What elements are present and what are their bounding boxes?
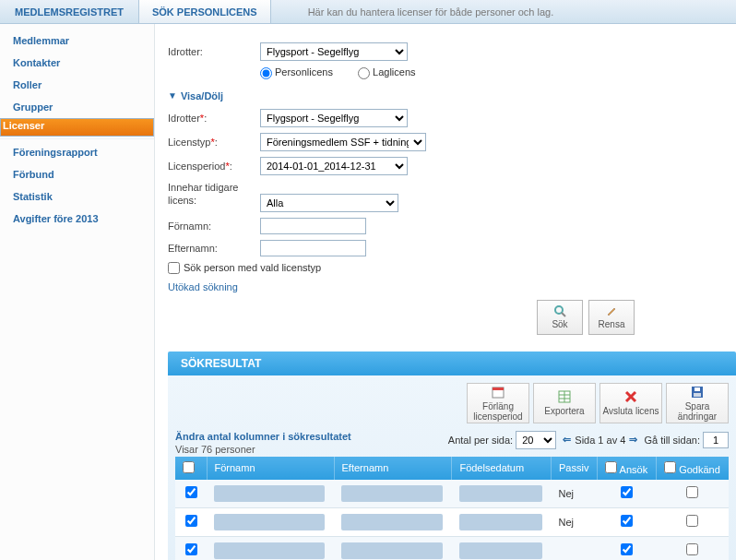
pager-position: Sida 1 av 4 (575, 435, 625, 446)
row-godkand-checkbox[interactable] (686, 486, 698, 498)
per-page-select[interactable]: 20 (516, 431, 556, 449)
input-fornamn[interactable] (260, 218, 366, 234)
sidebar-item-medlemmar[interactable]: Medlemmar (0, 30, 154, 52)
results-table: Förnamn Efternamn Födelsedatum Passiv An… (175, 457, 729, 560)
col-efternamn[interactable]: Efternamn (334, 457, 452, 480)
sok-button[interactable]: Sök (537, 300, 583, 335)
label-licenstyp: Licenstyp*: (168, 137, 260, 148)
label-laglicens: Laglicens (373, 66, 415, 77)
pager-label-goto: Gå till sidan: (644, 435, 700, 446)
row-ansok-checkbox[interactable] (621, 486, 633, 498)
select-all-godkand-checkbox[interactable] (664, 461, 676, 473)
label-licensperiod: Licensperiod*: (168, 161, 260, 172)
avsluta-button[interactable]: Avsluta licens (599, 383, 662, 423)
label-efternamn: Efternamn: (168, 243, 260, 254)
goto-page-input[interactable] (703, 432, 729, 448)
calendar-icon (491, 385, 505, 399)
search-icon (553, 304, 566, 317)
input-efternamn[interactable] (260, 240, 366, 256)
link-utokad-sokning[interactable]: Utökad sökning (168, 281, 736, 292)
cell-fornamn (214, 485, 325, 502)
row-ansok-checkbox[interactable] (621, 515, 633, 527)
sidebar-item-statistik[interactable]: Statistik (0, 185, 154, 208)
sidebar-item-licenser[interactable]: Licenser (0, 118, 154, 137)
cell-fodelsedatum (459, 514, 542, 530)
select-idrotter[interactable]: Flygsport - Segelflyg (260, 42, 408, 61)
brush-icon (605, 304, 618, 317)
cell-passiv: Nej (551, 480, 597, 508)
radio-laglicens[interactable] (358, 67, 370, 79)
row-godkand-checkbox[interactable] (686, 543, 698, 555)
svg-line-1 (562, 313, 565, 316)
label-innehar: Innehar tidigare licens: (168, 181, 260, 208)
svg-rect-3 (493, 387, 504, 390)
sidebar-item-kontakter[interactable]: Kontakter (0, 52, 154, 74)
svg-rect-11 (694, 387, 700, 391)
pager-label-antal: Antal per sida: (448, 435, 513, 446)
select-innehar[interactable]: Alla (260, 194, 398, 212)
table-row (175, 536, 729, 560)
table-icon (557, 389, 572, 404)
sidebar: Medlemmar Kontakter Roller Grupper Licen… (0, 24, 155, 560)
forlang-button[interactable]: Förläng licensperiod (467, 383, 529, 423)
cell-efternamn (341, 542, 443, 559)
cell-passiv: Nej (551, 507, 597, 536)
row-select-checkbox[interactable] (185, 543, 197, 555)
sidebar-item-roller[interactable]: Roller (0, 74, 154, 96)
row-select-checkbox[interactable] (185, 515, 197, 527)
radio-personlicens[interactable] (260, 67, 272, 79)
col-ansok[interactable]: Ansök (598, 457, 657, 480)
label-fornamn: Förnamn: (168, 220, 260, 232)
label-sok-vald-licenstyp: Sök person med vald licenstyp (184, 262, 321, 273)
module-header: MEDLEMSREGISTRET (0, 6, 138, 18)
label-idrotter2: Idrotter*: (168, 113, 260, 124)
sidebar-item-forbund[interactable]: Förbund (0, 163, 154, 185)
svg-rect-12 (694, 393, 701, 397)
select-all-ansok-checkbox[interactable] (605, 461, 617, 473)
next-page-icon[interactable]: ⇒ (629, 434, 637, 446)
row-ansok-checkbox[interactable] (621, 543, 633, 555)
results-header: SÖKRESULTAT (168, 351, 736, 375)
cell-fornamn (214, 514, 325, 530)
rensa-button[interactable]: Rensa (588, 300, 635, 335)
col-godkand[interactable]: Godkänd (657, 457, 729, 480)
cell-fornamn (214, 542, 325, 559)
page-description: Här kan du hantera licenser för både per… (271, 6, 554, 18)
table-row: Nej (175, 507, 729, 536)
select-licensperiod[interactable]: 2014-01-01_2014-12-31 (260, 157, 408, 175)
col-fodelsedatum[interactable]: Födelsedatum (452, 457, 552, 480)
table-row: Nej (175, 480, 729, 508)
row-godkand-checkbox[interactable] (686, 515, 698, 527)
cell-efternamn (341, 514, 443, 530)
prev-page-icon[interactable]: ⇐ (563, 434, 571, 446)
x-icon (623, 389, 638, 404)
triangle-down-icon: ▼ (168, 90, 177, 101)
save-icon (690, 385, 705, 399)
select-idrotter2[interactable]: Flygsport - Segelflyg (260, 109, 408, 127)
col-fornamn[interactable]: Förnamn (207, 457, 334, 480)
svg-point-0 (555, 306, 563, 314)
col-passiv[interactable]: Passiv (551, 457, 597, 480)
cell-passiv (551, 536, 597, 560)
cell-fodelsedatum (459, 542, 542, 559)
label-idrotter: Idrotter: (168, 46, 260, 57)
spara-button[interactable]: Spara ändringar (666, 383, 729, 423)
row-select-checkbox[interactable] (185, 486, 197, 498)
sidebar-item-grupper[interactable]: Grupper (0, 96, 154, 118)
select-all-checkbox[interactable] (183, 461, 195, 473)
visa-dolj-toggle[interactable]: ▼ Visa/Dölj (168, 90, 736, 101)
checkbox-sok-vald-licenstyp[interactable] (168, 262, 180, 274)
page-header: SÖK PERSONLICENS (138, 0, 271, 23)
label-personlicens: Personlicens (275, 66, 333, 77)
cell-efternamn (341, 485, 443, 502)
cell-fodelsedatum (459, 485, 542, 502)
sidebar-item-foreningsrapport[interactable]: Föreningsrapport (0, 141, 154, 163)
select-licenstyp[interactable]: Föreningsmedlem SSF + tidning (260, 133, 426, 151)
sidebar-item-avgifter[interactable]: Avgifter före 2013 (0, 208, 154, 230)
exportera-button[interactable]: Exportera (533, 383, 596, 423)
